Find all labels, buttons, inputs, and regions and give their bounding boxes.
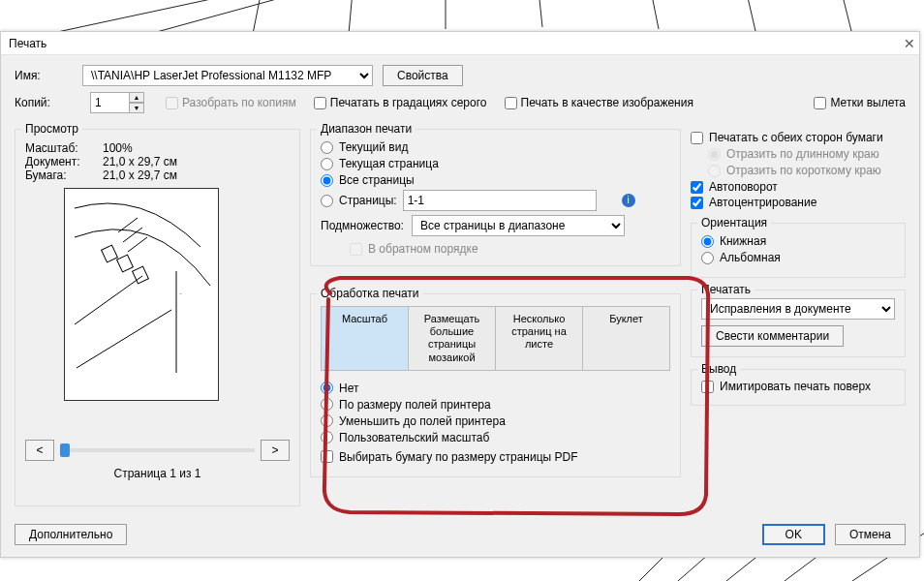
autorotate-checkbox[interactable] (691, 181, 703, 194)
autocenter-checkbox[interactable] (691, 197, 703, 209)
name-label: Имя: (15, 69, 73, 82)
page-counter: Страница 1 из 1 (25, 467, 290, 480)
output-group: Вывод Имитировать печать поверх (691, 369, 906, 406)
svg-line-17 (77, 310, 171, 368)
preview-legend: Просмотр (21, 122, 82, 136)
pages-input[interactable] (403, 190, 597, 211)
simulate-checkbox[interactable] (701, 381, 714, 393)
svg-rect-13 (117, 255, 134, 272)
tab-multi[interactable]: Несколько страниц на листе (496, 307, 583, 370)
titlebar: Печать ✕ (1, 32, 919, 55)
grayscale-label: Печатать в градациях серого (330, 96, 487, 109)
close-icon[interactable]: ✕ (904, 32, 915, 55)
orientation-group: Ориентация Книжная Альбомная (691, 223, 906, 278)
duplex-checkbox[interactable] (691, 132, 703, 144)
properties-button[interactable]: Свойства (383, 65, 463, 86)
advanced-button[interactable]: Дополнительно (15, 524, 127, 545)
svg-line-8 (839, 0, 852, 35)
svg-line-7 (744, 0, 755, 31)
processing-group: Обработка печати Масштаб Размещать больш… (310, 293, 681, 477)
reverse-checkbox (350, 243, 362, 256)
prev-page-button[interactable]: < (25, 440, 54, 461)
asimage-label: Печать в качестве изображения (521, 96, 693, 109)
preview-info: Масштаб:100% Документ:21,0 x 29,7 см Бум… (25, 138, 290, 182)
scale-custom-radio[interactable] (321, 431, 333, 443)
copies-spinner[interactable]: ▲▼ (90, 92, 148, 113)
cropmarks-label: Метки вылета (830, 96, 906, 109)
spin-up-icon[interactable]: ▲ (129, 92, 144, 103)
print-what-group: Печатать Исправления в документе Свести … (691, 290, 906, 357)
svg-line-15 (75, 276, 142, 324)
current-page-radio[interactable] (321, 158, 333, 170)
subset-label: Подмножество: (321, 219, 404, 232)
info-icon[interactable]: i (622, 194, 635, 207)
copies-label: Копий: (15, 96, 73, 109)
next-page-button[interactable]: > (261, 440, 290, 461)
svg-line-11 (128, 237, 147, 252)
flip-long-radio (708, 148, 721, 161)
range-group: Диапазон печати Текущий вид Текущая стра… (310, 129, 681, 266)
copies-input[interactable] (90, 92, 129, 113)
cancel-button[interactable]: Отмена (835, 524, 906, 545)
tab-scale[interactable]: Масштаб (322, 307, 409, 370)
ok-button[interactable]: OK (762, 524, 825, 545)
subset-select[interactable]: Все страницы в диапазоне (412, 215, 625, 236)
flip-short-radio (708, 165, 721, 177)
grayscale-checkbox[interactable] (314, 97, 326, 109)
pages-radio[interactable] (321, 195, 333, 207)
landscape-radio[interactable] (701, 252, 714, 264)
scale-fit-radio[interactable] (321, 398, 333, 411)
page-slider[interactable] (60, 448, 255, 452)
collate-label: Разобрать по копиям (182, 96, 296, 109)
svg-line-6 (649, 0, 659, 29)
scale-none-radio[interactable] (321, 382, 333, 394)
tab-booklet[interactable]: Буклет (583, 307, 669, 370)
spin-down-icon[interactable]: ▼ (129, 103, 144, 113)
scale-shrink-radio[interactable] (321, 414, 333, 427)
preview-group: Просмотр Масштаб:100% Документ:21,0 x 29… (15, 129, 300, 506)
all-pages-radio[interactable] (321, 174, 333, 187)
svg-line-5 (538, 0, 542, 27)
summarize-button[interactable]: Свести комментарии (701, 325, 844, 347)
portrait-radio[interactable] (701, 235, 714, 248)
print-what-select[interactable]: Исправления в документе (701, 298, 895, 320)
page-thumbnail: ··· (64, 188, 219, 401)
svg-line-3 (349, 0, 354, 34)
svg-rect-12 (102, 245, 118, 262)
choose-paper-checkbox[interactable] (321, 450, 333, 463)
asimage-checkbox[interactable] (505, 97, 517, 109)
collate-checkbox (166, 97, 178, 109)
dialog-title: Печать (9, 37, 46, 50)
current-view-radio[interactable] (321, 141, 333, 154)
tab-tile[interactable]: Размещать большие страницы мозаикой (409, 307, 496, 370)
svg-text:···: ··· (179, 291, 182, 296)
processing-tabs: Масштаб Размещать большие страницы мозаи… (321, 306, 670, 371)
printer-select[interactable]: \\TANIA\HP LaserJet Professional M1132 M… (82, 65, 373, 86)
cropmarks-checkbox[interactable] (814, 97, 826, 109)
print-dialog: Печать ✕ Имя: \\TANIA\HP LaserJet Profes… (0, 31, 920, 558)
